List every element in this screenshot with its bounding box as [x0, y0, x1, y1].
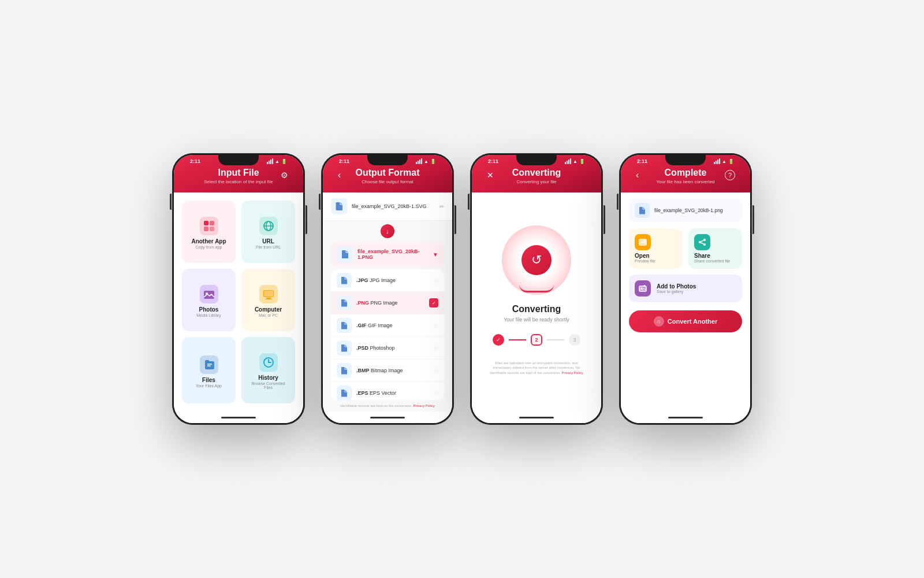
option-another-app[interactable]: Another App Copy from app [182, 201, 236, 263]
input-file-icon [331, 198, 347, 214]
bottom-bar-1 [174, 412, 303, 423]
another-app-icon [203, 220, 215, 232]
option-photos[interactable]: Photos Media Library [182, 269, 236, 331]
status-icons-1: ▲ 🔋 [267, 158, 287, 164]
notch-4 [665, 155, 706, 165]
status-icons-2: ▲ 🔋 [416, 158, 436, 164]
screen1-title: Input File [182, 168, 295, 178]
privacy-link-2[interactable]: Privacy Policy [413, 404, 435, 407]
convert-arc [519, 284, 554, 292]
action-open[interactable]: Open Preview file [629, 228, 683, 269]
url-sublabel: File from URL [256, 245, 281, 249]
status-icons-4: ▲ 🔋 [714, 158, 734, 164]
screen3-subtitle: Converting your file [480, 179, 593, 184]
format-bmp-label: .BMP Bitmap Image [356, 368, 403, 373]
dropdown-arrow[interactable]: ▼ [433, 251, 438, 258]
spinner-icon: ↺ [521, 245, 552, 275]
help-button-4[interactable]: ? [725, 170, 735, 180]
files-icon [203, 358, 215, 371]
format-eps-label: .EPS EPS Vector [356, 390, 396, 396]
format-jpg[interactable]: .JPG JPG Image ☆ [331, 269, 444, 292]
bottom-bar-2 [323, 412, 452, 423]
format-bmp[interactable]: .BMP Bitmap Image ☆ [331, 360, 444, 382]
step-3-pending: 3 [569, 334, 580, 346]
settings-button-1[interactable]: ⚙ [281, 171, 288, 180]
format-jpg-label: .JPG JPG Image [356, 277, 396, 283]
another-app-label: Another App [191, 238, 226, 244]
format-png-label: .PNG PNG Image [356, 300, 398, 306]
format-eps[interactable]: .EPS EPS Vector ☆ [331, 382, 444, 400]
format-bmp-star: ☆ [433, 368, 438, 374]
another-app-sublabel: Copy from app [196, 245, 222, 249]
output-file-row[interactable]: file_example_SVG_20kB-1.PNG ▼ [331, 242, 444, 267]
option-url[interactable]: URL File from URL [241, 201, 295, 263]
screen4-subtitle: Your file has been converted [629, 179, 742, 184]
status-icons-3: ▲ 🔋 [565, 158, 585, 164]
home-indicator-4 [668, 417, 703, 418]
input-file-row: file_example_SVG_20kB-1.SVG ✏ [323, 192, 452, 221]
format-gif-star: ☆ [433, 323, 438, 329]
converting-title: Converting [512, 304, 561, 314]
svg-rect-7 [204, 291, 214, 299]
computer-icon [262, 288, 275, 301]
signal-2 [416, 158, 422, 164]
home-indicator-2 [370, 417, 405, 418]
privacy-note-3: Files are uploaded over an encrypted con… [483, 355, 590, 379]
share-icon [694, 234, 710, 250]
status-time-4: 2:11 [637, 158, 647, 164]
input-options-grid: Another App Copy from app URL [174, 192, 303, 412]
step-line-1 [509, 339, 526, 340]
signal-3 [565, 158, 571, 164]
notch-3 [516, 155, 557, 165]
url-icon [262, 220, 275, 232]
signal-1 [267, 158, 273, 164]
phones-container: 2:11 ▲ 🔋 ⚙ Input File [0, 130, 924, 448]
svg-rect-10 [264, 291, 273, 297]
screen2-title: Output Format [331, 168, 444, 178]
url-label: URL [262, 238, 274, 244]
format-list: .JPG JPG Image ☆ .PNG PNG Image ✓ [331, 269, 444, 400]
svg-rect-26 [639, 286, 646, 291]
spinner-container: ↺ [502, 225, 571, 295]
complete-file-row: file_example_SVG_20kB-1.png [629, 198, 742, 223]
add-photos-label: Add to Photos [657, 283, 736, 290]
format-png[interactable]: .PNG PNG Image ✓ [331, 292, 444, 314]
step-1-done: ✓ [493, 334, 504, 346]
option-computer[interactable]: Computer Mac or PC [241, 269, 295, 331]
action-share[interactable]: Share Share converted file [688, 228, 742, 269]
home-indicator-1 [221, 417, 256, 418]
format-psd[interactable]: .PSD Photoshop ☆ [331, 337, 444, 360]
add-photos-icon [635, 280, 651, 297]
status-time-2: 2:11 [339, 158, 349, 164]
svg-rect-0 [204, 221, 208, 225]
option-files[interactable]: Files Your Files App [182, 337, 236, 403]
step-2-active: 2 [531, 334, 542, 346]
action-add-photos[interactable]: Add to Photos Save to gallery [629, 275, 742, 302]
privacy-link-3[interactable]: Privacy Policy [562, 371, 583, 375]
svg-rect-1 [210, 221, 214, 225]
close-button-3[interactable]: ✕ [487, 171, 494, 180]
screen3-title: Converting [480, 168, 593, 178]
format-psd-label: .PSD Photoshop [356, 345, 395, 351]
edit-icon[interactable]: ✏ [439, 203, 444, 210]
complete-file-icon [635, 203, 650, 218]
svg-line-25 [701, 243, 703, 244]
history-icon [262, 356, 275, 369]
format-psd-star: ☆ [433, 345, 438, 351]
format-gif[interactable]: .GIF GIF Image ☆ [331, 314, 444, 337]
history-sublabel: Browse Converted Files [247, 381, 289, 390]
option-history[interactable]: History Browse Converted Files [241, 337, 295, 403]
download-circle: ↓ [381, 224, 394, 238]
open-label: Open [635, 253, 650, 259]
back-button-4[interactable]: ‹ [636, 170, 639, 180]
output-file-name: file_example_SVG_20kB-1.PNG [357, 249, 428, 260]
convert-another-label: Convert Another [668, 318, 717, 325]
open-icon [635, 234, 651, 250]
open-sublabel: Preview file [635, 259, 655, 263]
files-label: Files [202, 377, 215, 383]
photos-icon [203, 288, 215, 301]
convert-another-button[interactable]: ⌂ Convert Another [629, 310, 742, 332]
history-label: History [258, 375, 278, 381]
svg-rect-12 [265, 299, 272, 299]
back-button-2[interactable]: ‹ [338, 170, 341, 180]
